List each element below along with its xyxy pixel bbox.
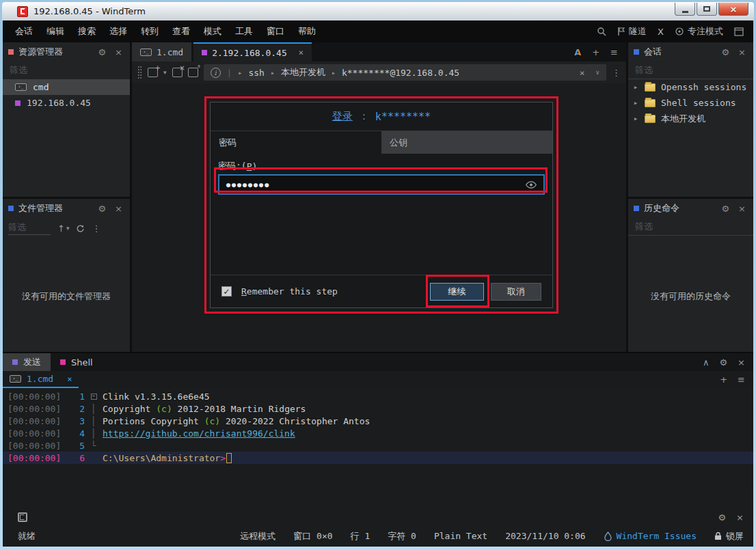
left-sidebar: 资源管理器 ⚙ × 筛选 cmd 192.168.0.45 文件管理器 bbox=[3, 42, 130, 352]
font-icon[interactable]: A bbox=[574, 47, 581, 57]
menu-item-view[interactable]: 查看 bbox=[165, 20, 197, 42]
tab-password[interactable]: 密码 bbox=[211, 131, 381, 154]
drag-handle[interactable] bbox=[137, 66, 142, 79]
minimize-icon bbox=[682, 11, 688, 13]
status-line[interactable]: 行 1 bbox=[351, 530, 370, 542]
continue-button[interactable]: 继续 bbox=[430, 283, 484, 301]
status-window-size[interactable]: 窗口 0×0 bbox=[293, 530, 332, 542]
breadcrumb[interactable]: i | ▸ ssh ▸ 本地开发机 ▸ k********@192.168.0.… bbox=[204, 64, 606, 81]
explorer-item-cmd[interactable]: cmd bbox=[3, 79, 130, 95]
tab-publickey[interactable]: 公钥 bbox=[381, 131, 552, 154]
tab-send[interactable]: 发送 bbox=[3, 353, 51, 371]
kebab-menu-icon[interactable]: ⋮ bbox=[92, 223, 100, 234]
chevron-right-icon: ▸ bbox=[271, 69, 275, 77]
close-icon[interactable]: × bbox=[113, 47, 124, 57]
close-icon[interactable]: × bbox=[738, 357, 745, 368]
status-windterm-issues[interactable]: WindTerm Issues bbox=[604, 531, 697, 541]
layout-icon[interactable] bbox=[734, 27, 744, 36]
kebab-menu-icon[interactable]: ⋮ bbox=[612, 68, 621, 78]
status-datetime[interactable]: 2023/11/10 0:06 bbox=[505, 531, 585, 541]
file-manager-filter-input[interactable]: 筛选 bbox=[8, 221, 51, 235]
eye-icon[interactable] bbox=[526, 180, 537, 189]
status-syntax[interactable]: Plain Text bbox=[434, 531, 487, 541]
tab-list-icon[interactable]: ≡ bbox=[738, 374, 745, 385]
session-folder-localdev[interactable]: ▸ 本地开发机 bbox=[628, 111, 753, 126]
window-pane-icon[interactable] bbox=[18, 512, 27, 522]
x-mode-button[interactable]: X bbox=[658, 27, 664, 37]
clink-link[interactable]: https://github.com/chrisant996/clink bbox=[103, 428, 295, 439]
gear-icon[interactable]: ⚙ bbox=[96, 47, 108, 57]
dropdown-icon[interactable]: ∨ bbox=[596, 69, 599, 76]
terminal-output[interactable]: [00:00:00] 1 Clink v1.3.15.6e6e45 [00:00… bbox=[3, 388, 753, 464]
breadcrumb-segment-protocol[interactable]: ssh bbox=[248, 68, 264, 78]
close-icon[interactable]: × bbox=[736, 47, 748, 57]
new-tab-icon[interactable]: + bbox=[720, 374, 727, 385]
file-manager-panel-header: 文件管理器 ⚙ × bbox=[3, 199, 130, 218]
close-button[interactable]: × bbox=[718, 3, 748, 16]
menu-item-search[interactable]: 搜索 bbox=[71, 20, 103, 42]
titlebar[interactable]: 192.168.0.45 - WindTerm × bbox=[2, 2, 754, 20]
tab-list-icon[interactable]: ≡ bbox=[610, 47, 618, 57]
close-icon[interactable]: × bbox=[736, 204, 748, 214]
explorer-filter-input[interactable]: 筛选 bbox=[3, 61, 130, 79]
tab-2-ssh-session[interactable]: 2.192.168.0.45 × bbox=[193, 42, 312, 61]
fold-collapse-icon[interactable] bbox=[85, 394, 103, 400]
session-view[interactable]: 登录 ： k******** 密码 公钥 密码:(P) ●●●●●●●● bbox=[132, 83, 626, 352]
menu-item-edit[interactable]: 编辑 bbox=[40, 20, 71, 42]
flag-icon bbox=[617, 27, 625, 36]
windterm-window: 192.168.0.45 - WindTerm × 会话 编辑 搜索 选择 转到… bbox=[0, 0, 756, 550]
breadcrumb-segment-host[interactable]: k********@192.168.0.45 bbox=[342, 68, 459, 78]
status-lock-screen[interactable]: 锁屏 bbox=[714, 530, 744, 542]
password-field[interactable]: ●●●●●●●● bbox=[218, 174, 545, 195]
chevron-right-icon[interactable]: ▸ bbox=[632, 98, 639, 107]
login-dialog-title: 登录 ： k******** bbox=[211, 102, 552, 131]
new-session-icon[interactable]: + bbox=[148, 68, 158, 77]
chevron-right-icon[interactable]: ▸ bbox=[632, 114, 639, 123]
close-session-icon[interactable]: × bbox=[172, 68, 183, 77]
maximize-button[interactable] bbox=[697, 3, 717, 16]
menu-item-goto[interactable]: 转到 bbox=[134, 20, 165, 42]
chevron-right-icon[interactable]: ▸ bbox=[632, 83, 639, 92]
search-icon[interactable] bbox=[597, 27, 606, 36]
menu-item-select[interactable]: 选择 bbox=[103, 20, 134, 42]
chevron-down-icon[interactable]: ▾ bbox=[163, 69, 167, 76]
minimize-button[interactable] bbox=[675, 3, 695, 16]
new-tab-icon[interactable]: + bbox=[592, 47, 599, 57]
menu-item-window[interactable]: 窗口 bbox=[260, 20, 291, 42]
menu-item-mode[interactable]: 模式 bbox=[197, 20, 228, 42]
session-folder-shell[interactable]: ▸ Shell sessions bbox=[628, 95, 753, 111]
tab-shell[interactable]: Shell bbox=[51, 353, 103, 371]
close-icon[interactable]: × bbox=[736, 512, 744, 523]
close-icon[interactable]: × bbox=[113, 204, 124, 214]
breadcrumb-segment-group[interactable]: 本地开发机 bbox=[281, 66, 325, 79]
detach-session-icon[interactable]: ° bbox=[188, 68, 198, 77]
menu-item-help[interactable]: 帮助 bbox=[291, 20, 323, 42]
gear-icon[interactable]: ⚙ bbox=[719, 357, 727, 368]
gear-icon[interactable]: ⚙ bbox=[96, 204, 108, 214]
tab-close-icon[interactable]: × bbox=[299, 48, 303, 57]
history-filter-input[interactable]: 筛选 bbox=[628, 218, 753, 236]
divider: | bbox=[227, 68, 232, 78]
cancel-button[interactable]: 取消 bbox=[491, 283, 541, 301]
gear-icon[interactable]: ⚙ bbox=[718, 512, 726, 523]
subtab-1-cmd[interactable]: 1.cmd × bbox=[3, 371, 79, 388]
info-icon[interactable]: i bbox=[211, 68, 221, 78]
status-char[interactable]: 字符 0 bbox=[388, 530, 416, 542]
clear-icon[interactable]: × bbox=[580, 68, 585, 78]
tunnel-button[interactable]: 隧道 bbox=[617, 25, 647, 38]
tab-1-cmd[interactable]: 1.cmd bbox=[132, 42, 191, 61]
menu-item-tools[interactable]: 工具 bbox=[228, 20, 260, 42]
collapse-icon[interactable]: ∧ bbox=[703, 357, 710, 368]
explorer-item-host[interactable]: 192.168.0.45 bbox=[3, 95, 130, 111]
tab-close-icon[interactable]: × bbox=[67, 374, 72, 384]
sessions-filter-input[interactable]: 筛选 bbox=[628, 61, 753, 79]
status-remote-mode[interactable]: 远程模式 bbox=[240, 530, 275, 542]
gear-icon[interactable]: ⚙ bbox=[719, 204, 731, 214]
session-folder-openssh[interactable]: ▸ Openssh sessions bbox=[628, 79, 753, 95]
gear-icon[interactable]: ⚙ bbox=[719, 47, 731, 57]
up-arrow-icon[interactable]: ↑ ▾ bbox=[57, 223, 69, 234]
focus-mode-button[interactable]: 专注模式 bbox=[675, 25, 723, 38]
menu-item-session[interactable]: 会话 bbox=[8, 20, 40, 42]
remember-checkbox[interactable] bbox=[221, 286, 232, 297]
refresh-icon[interactable] bbox=[76, 224, 85, 233]
